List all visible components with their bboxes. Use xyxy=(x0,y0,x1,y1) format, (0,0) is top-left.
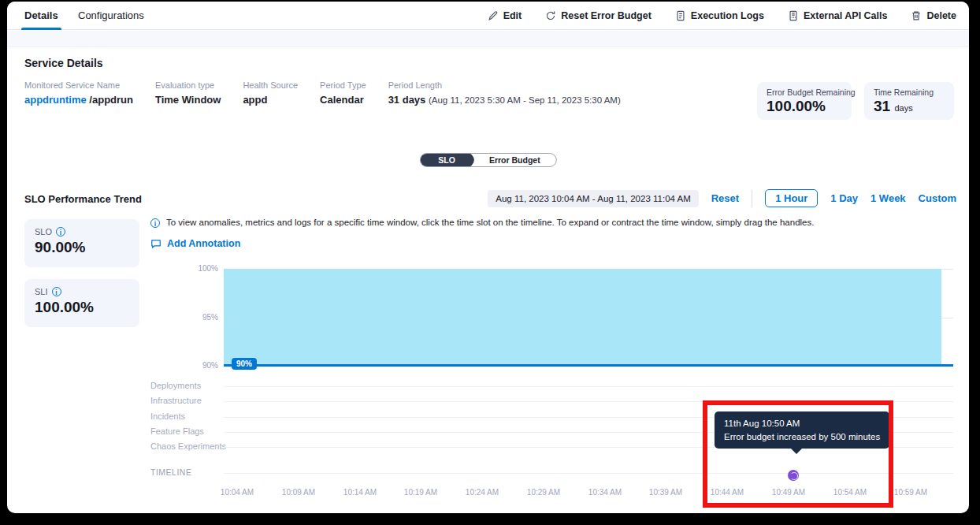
field-label: Health Source xyxy=(243,80,298,90)
trash-icon xyxy=(911,10,922,21)
toggle-slo[interactable]: SLO xyxy=(419,153,474,167)
xtick[interactable]: 10:24 AM xyxy=(458,488,507,497)
metric-label: Error Budget Remaining xyxy=(767,88,842,97)
header-divider-strip xyxy=(7,31,969,47)
sli-area-series[interactable] xyxy=(224,269,941,364)
app-window: Details Configurations Edit Reset Error … xyxy=(7,2,969,513)
execution-logs-label: Execution Logs xyxy=(691,10,764,21)
annotation-tooltip-title: 11th Aug 10:50 AM xyxy=(724,419,880,428)
xtick[interactable]: 10:59 AM xyxy=(886,488,935,497)
trend-controls: Aug 11, 2023 10:04 AM - Aug 11, 2023 11:… xyxy=(488,189,956,207)
annotation-tooltip-body: Error budget increased by 500 minutes xyxy=(724,432,880,441)
chat-bubble-icon xyxy=(150,238,161,249)
xtick[interactable]: 10:09 AM xyxy=(274,488,323,497)
field-label: Monitored Service Name xyxy=(24,80,133,90)
lane-line xyxy=(224,401,953,402)
tooltip-caret xyxy=(790,448,803,454)
period-length-value: 31 days xyxy=(388,94,426,106)
sli-card: SLIi 100.00% xyxy=(24,279,139,327)
xtick[interactable]: 10:44 AM xyxy=(703,488,752,497)
ytick-100: 100% xyxy=(187,264,218,273)
range-custom-button[interactable]: Custom xyxy=(919,192,956,204)
metric-value: 31 xyxy=(874,98,890,114)
field-value: appd xyxy=(243,94,298,106)
range-1day-button[interactable]: 1 Day xyxy=(830,192,858,204)
lane-line xyxy=(224,386,953,387)
metric-value: 100.00% xyxy=(767,98,842,115)
slo-info-icon[interactable]: i xyxy=(56,227,65,236)
range-1hour-button[interactable]: 1 Hour xyxy=(765,189,818,207)
annotation-tooltip: 11th Aug 10:50 AM Error budget increased… xyxy=(715,411,889,449)
timeline-hint: i To view anomalies, metrics and logs fo… xyxy=(150,218,922,228)
add-annotation-button[interactable]: Add Annotation xyxy=(150,238,240,249)
xtick[interactable]: 10:54 AM xyxy=(826,488,874,497)
xtick[interactable]: 10:19 AM xyxy=(396,488,445,497)
timeline-hint-text: To view anomalies, metrics and logs for … xyxy=(166,218,814,227)
tab-details[interactable]: Details xyxy=(24,2,58,30)
reset-icon xyxy=(545,10,556,21)
field-period-length: Period Length 31 days (Aug 11, 2023 5:30… xyxy=(388,80,621,106)
lane-timeline: TIMELINE xyxy=(150,467,191,477)
execution-logs-button[interactable]: Execution Logs xyxy=(675,10,764,21)
error-budget-remaining-card: Error Budget Remaining 100.00% xyxy=(757,82,852,120)
lane-chaos-experiments: Chaos Experiments xyxy=(150,441,226,451)
service-details-title: Service Details xyxy=(24,57,103,69)
date-range-display[interactable]: Aug 11, 2023 10:04 AM - Aug 11, 2023 11:… xyxy=(488,190,698,207)
sli-card-value: 100.00% xyxy=(35,299,129,316)
service-details-fields: Monitored Service Name appdruntime /appd… xyxy=(24,80,621,106)
xtick[interactable]: 10:34 AM xyxy=(581,488,629,497)
api-document-icon xyxy=(788,10,799,21)
slo-card: SLOi 90.00% xyxy=(24,219,139,267)
lane-deployments: Deployments xyxy=(150,381,201,390)
slo-card-value: 90.00% xyxy=(35,239,129,256)
lane-line xyxy=(224,473,953,474)
toggle-error-budget[interactable]: Error Budget xyxy=(473,154,556,166)
reset-error-budget-button[interactable]: Reset Error Budget xyxy=(545,10,651,21)
metric-label: Time Remaining xyxy=(874,88,945,97)
sli-info-icon[interactable]: i xyxy=(52,287,61,296)
slo-errorbudget-toggle: SLO Error Budget xyxy=(419,153,556,167)
field-value: Time Window xyxy=(155,94,221,106)
xtick[interactable]: 10:39 AM xyxy=(641,488,690,497)
edit-label: Edit xyxy=(503,10,522,21)
add-annotation-label: Add Annotation xyxy=(167,238,240,249)
ytick-90: 90% xyxy=(187,361,218,370)
monitored-service-link[interactable]: appdruntime xyxy=(24,94,87,106)
time-remaining-card: Time Remaining 31 days xyxy=(864,82,954,120)
field-health-source: Health Source appd xyxy=(243,80,298,106)
slo-performance-trend-title: SLO Performance Trend xyxy=(24,193,142,205)
xtick[interactable]: 10:49 AM xyxy=(764,488,813,497)
external-api-calls-button[interactable]: External API Calls xyxy=(788,10,888,21)
field-value: Calendar xyxy=(320,94,366,106)
slo-target-badge: 90% xyxy=(232,358,257,370)
xtick[interactable]: 10:04 AM xyxy=(213,488,262,497)
xtick[interactable]: 10:14 AM xyxy=(336,488,384,497)
document-icon xyxy=(675,10,686,21)
external-api-calls-label: External API Calls xyxy=(804,10,888,21)
info-icon: i xyxy=(150,218,160,228)
range-1week-button[interactable]: 1 Week xyxy=(870,192,906,204)
reset-error-budget-label: Reset Error Budget xyxy=(561,10,651,21)
tab-configurations[interactable]: Configurations xyxy=(78,2,144,30)
delete-button[interactable]: Delete xyxy=(911,10,956,21)
field-evaluation-type: Evaluation type Time Window xyxy=(155,80,221,106)
metric-unit: days xyxy=(894,103,912,113)
annotation-marker-icon[interactable] xyxy=(788,470,799,481)
field-label: Period Type xyxy=(320,80,366,90)
lane-infrastructure: Infrastructure xyxy=(150,396,202,405)
field-label: Period Length xyxy=(388,80,621,90)
edit-button[interactable]: Edit xyxy=(488,10,522,21)
period-length-dates: (Aug 11, 2023 5:30 AM - Sep 11, 2023 5:3… xyxy=(429,95,621,105)
top-tab-bar: Details Configurations Edit Reset Error … xyxy=(7,2,969,30)
controls-divider xyxy=(752,190,752,207)
pencil-icon xyxy=(488,10,499,21)
header-actions: Edit Reset Error Budget Execution Logs E… xyxy=(488,2,956,30)
reset-range-button[interactable]: Reset xyxy=(711,192,739,204)
field-label: Evaluation type xyxy=(155,80,221,90)
monitored-service-env: /appdrun xyxy=(89,94,133,106)
field-period-type: Period Type Calendar xyxy=(320,80,366,106)
xtick[interactable]: 10:29 AM xyxy=(519,488,568,497)
sli-card-label: SLI xyxy=(35,287,48,296)
ytick-95: 95% xyxy=(187,313,218,322)
slo-card-label: SLO xyxy=(35,227,52,236)
